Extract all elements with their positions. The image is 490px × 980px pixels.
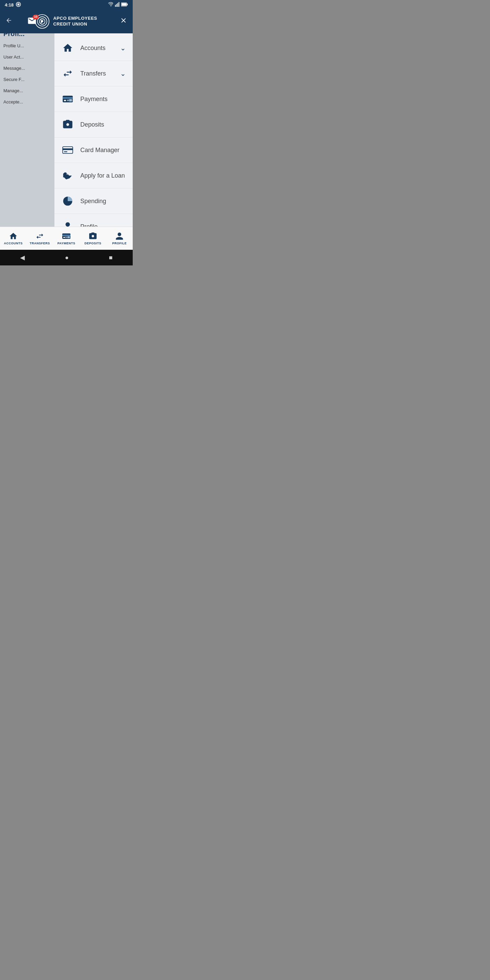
svg-rect-19 bbox=[64, 151, 67, 152]
svg-rect-10 bbox=[121, 3, 126, 6]
svg-rect-28 bbox=[62, 235, 70, 236]
nav-item-payments[interactable]: $1 Payments bbox=[54, 86, 133, 112]
carrier-icon bbox=[16, 2, 21, 8]
svg-point-31 bbox=[68, 236, 70, 238]
status-time: 4:18 bbox=[5, 2, 14, 8]
nav-label-apply-loan: Apply for a Loan bbox=[80, 172, 126, 179]
back-button[interactable] bbox=[5, 17, 12, 26]
nav-item-transfers[interactable]: Transfers ⌄ bbox=[54, 61, 133, 86]
tab-label-deposits: DEPOSITS bbox=[84, 242, 102, 245]
bg-item-4: Secure F... bbox=[3, 77, 51, 82]
tab-payments-icon: $1 bbox=[62, 232, 71, 240]
nav-item-accounts[interactable]: Accounts ⌄ bbox=[54, 35, 133, 61]
android-nav-bar: ◀ ● ■ bbox=[0, 250, 133, 266]
tab-accounts[interactable]: ACCOUNTS bbox=[0, 232, 27, 245]
app-header: 10 P APCO EMPLOYEES CREDIT UNION bbox=[0, 10, 133, 33]
tab-profile[interactable]: PROFILE bbox=[106, 232, 133, 245]
svg-rect-4 bbox=[115, 5, 116, 7]
pie-icon bbox=[61, 195, 74, 208]
tab-transfers[interactable]: TRANSFERS bbox=[27, 232, 53, 245]
nav-item-spending[interactable]: Spending bbox=[54, 189, 133, 214]
bg-item-2: User Act... bbox=[3, 54, 51, 60]
status-bar-left: 4:18 bbox=[5, 2, 21, 8]
svg-rect-6 bbox=[118, 3, 118, 6]
nav-label-spending: Spending bbox=[80, 198, 126, 205]
svg-rect-29 bbox=[63, 237, 65, 238]
bg-item-1: Profile U... bbox=[3, 43, 51, 48]
mail-area: 10 bbox=[27, 16, 37, 27]
svg-text:$1: $1 bbox=[67, 99, 69, 102]
tab-camera-icon bbox=[89, 232, 97, 240]
mail-badge-count: 10 bbox=[33, 14, 39, 19]
nav-label-card-manager: Card Manager bbox=[80, 147, 126, 154]
tab-home-icon bbox=[9, 232, 18, 240]
logo-text: APCO EMPLOYEES CREDIT UNION bbox=[53, 16, 97, 27]
svg-point-3 bbox=[111, 5, 111, 6]
bg-page-items: Profile U... User Act... Message... Secu… bbox=[3, 43, 51, 105]
payments-icon: $1 bbox=[61, 92, 74, 105]
svg-rect-13 bbox=[64, 100, 66, 101]
tab-label-transfers: TRANSFERS bbox=[30, 242, 50, 245]
signal-icon bbox=[115, 2, 120, 8]
svg-text:P: P bbox=[40, 19, 43, 24]
home-icon bbox=[61, 41, 74, 54]
camera-icon bbox=[61, 118, 74, 131]
android-home-button[interactable]: ● bbox=[65, 254, 69, 261]
tab-deposits[interactable]: DEPOSITS bbox=[80, 232, 106, 245]
svg-rect-7 bbox=[119, 2, 119, 7]
tab-label-payments: PAYMENTS bbox=[57, 242, 76, 245]
loan-icon: $ bbox=[61, 169, 74, 182]
svg-rect-18 bbox=[63, 148, 73, 150]
svg-rect-5 bbox=[116, 4, 117, 6]
tab-payments[interactable]: $1 PAYMENTS bbox=[53, 232, 80, 245]
svg-text:$1: $1 bbox=[65, 236, 67, 238]
nav-item-apply-loan[interactable]: $ Apply for a Loan bbox=[54, 163, 133, 189]
nav-menu: Accounts ⌄ Transfers ⌄ $1 bbox=[54, 33, 133, 244]
svg-point-1 bbox=[18, 3, 19, 5]
svg-text:$: $ bbox=[66, 172, 68, 175]
nav-label-transfers: Transfers bbox=[80, 70, 120, 77]
nav-label-payments: Payments bbox=[80, 95, 126, 103]
tab-transfers-icon bbox=[35, 232, 44, 240]
bottom-tab-bar: ACCOUNTS TRANSFERS $1 PAYMENTS DEPOSITS … bbox=[0, 227, 133, 250]
nav-item-deposits[interactable]: Deposits bbox=[54, 112, 133, 137]
mail-badge-container: 10 bbox=[27, 16, 37, 25]
close-button[interactable] bbox=[120, 17, 127, 26]
nav-item-card-manager[interactable]: Card Manager bbox=[54, 137, 133, 163]
status-bar: 4:18 bbox=[0, 0, 133, 10]
bg-item-3: Message... bbox=[3, 66, 51, 71]
nav-label-deposits: Deposits bbox=[80, 121, 126, 128]
chevron-accounts: ⌄ bbox=[120, 44, 126, 52]
svg-rect-9 bbox=[127, 3, 128, 5]
android-back-button[interactable]: ◀ bbox=[20, 254, 25, 261]
battery-icon bbox=[121, 2, 128, 8]
chevron-transfers: ⌄ bbox=[120, 69, 126, 78]
tab-label-accounts: ACCOUNTS bbox=[4, 242, 23, 245]
nav-label-accounts: Accounts bbox=[80, 45, 120, 52]
svg-point-15 bbox=[70, 99, 72, 102]
svg-rect-12 bbox=[63, 97, 73, 99]
card-icon bbox=[61, 143, 74, 156]
bg-item-5: Manage... bbox=[3, 88, 51, 93]
tab-label-profile: PROFILE bbox=[112, 242, 127, 245]
android-recent-button[interactable]: ■ bbox=[109, 254, 113, 261]
wifi-icon bbox=[108, 2, 114, 8]
transfers-icon bbox=[61, 67, 74, 80]
tab-person-icon bbox=[115, 232, 124, 240]
bg-item-6: Accepte... bbox=[3, 99, 51, 105]
status-bar-right bbox=[108, 2, 128, 8]
